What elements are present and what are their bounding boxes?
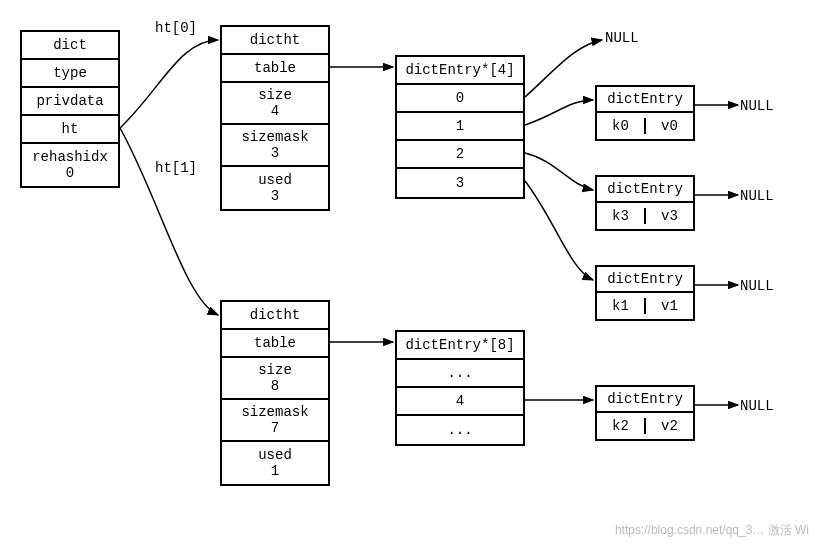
- entry-e0: dictEntry k0 v0: [595, 85, 695, 141]
- null-e0: NULL: [740, 98, 774, 114]
- e0-k: k0: [597, 118, 646, 134]
- e0-title: dictEntry: [597, 87, 693, 113]
- tablea-struct: dictEntry*[4] 0 1 2 3: [395, 55, 525, 199]
- entry-e1: dictEntry k3 v3: [595, 175, 695, 231]
- dictht1-table: table: [222, 330, 328, 358]
- dictht0-title: dictht: [222, 27, 328, 55]
- e1-v: v3: [646, 208, 693, 224]
- tablea-slot-1: 1: [397, 113, 523, 141]
- dictht1-used: used 1: [222, 442, 328, 484]
- entry-e2: dictEntry k1 v1: [595, 265, 695, 321]
- e3-k: k2: [597, 418, 646, 434]
- dictht0-used: used 3: [222, 167, 328, 209]
- watermark: https://blog.csdn.net/qq_3… 激活 Wi: [615, 522, 809, 539]
- dict-privdata: privdata: [22, 88, 118, 116]
- tablea-header: dictEntry*[4]: [397, 57, 523, 85]
- dictht1-sizemask-label: sizemask: [241, 404, 308, 420]
- tableb-slot-0: ...: [397, 360, 523, 388]
- e2-v: v1: [646, 298, 693, 314]
- dictht1-sizemask: sizemask 7: [222, 400, 328, 442]
- null-e1: NULL: [740, 188, 774, 204]
- dictht1-size-label: size: [258, 362, 292, 378]
- dictht1-sizemask-value: 7: [271, 420, 279, 436]
- null-e2: NULL: [740, 278, 774, 294]
- dict-rehash: rehashidx 0: [22, 144, 118, 186]
- e3-kv: k2 v2: [597, 413, 693, 439]
- dictht1-size: size 8: [222, 358, 328, 400]
- e3-v: v2: [646, 418, 693, 434]
- dictht0-table: table: [222, 55, 328, 83]
- dictht0-sizemask-value: 3: [271, 145, 279, 161]
- e1-title: dictEntry: [597, 177, 693, 203]
- tableb-slot-1: 4: [397, 388, 523, 416]
- dictht1-used-label: used: [258, 447, 292, 463]
- null-top: NULL: [605, 30, 639, 46]
- tableb-header: dictEntry*[8]: [397, 332, 523, 360]
- dictht1-size-value: 8: [271, 378, 279, 394]
- tablea-slot-0: 0: [397, 85, 523, 113]
- dict-struct: dict type privdata ht rehashidx 0: [20, 30, 120, 188]
- tableb-slot-2: ...: [397, 416, 523, 444]
- dictht1-used-value: 1: [271, 463, 279, 479]
- dictht1-title: dictht: [222, 302, 328, 330]
- ht0-label: ht[0]: [155, 20, 197, 36]
- e3-title: dictEntry: [597, 387, 693, 413]
- dictht0-struct: dictht table size 4 sizemask 3 used 3: [220, 25, 330, 211]
- tableb-struct: dictEntry*[8] ... 4 ...: [395, 330, 525, 446]
- e0-kv: k0 v0: [597, 113, 693, 139]
- dictht0-used-label: used: [258, 172, 292, 188]
- dict-ht: ht: [22, 116, 118, 144]
- dict-type: type: [22, 60, 118, 88]
- rehashidx-value: 0: [66, 165, 74, 181]
- dictht0-size: size 4: [222, 83, 328, 125]
- dictht0-size-value: 4: [271, 103, 279, 119]
- e2-kv: k1 v1: [597, 293, 693, 319]
- entry-e3: dictEntry k2 v2: [595, 385, 695, 441]
- e2-k: k1: [597, 298, 646, 314]
- ht1-label: ht[1]: [155, 160, 197, 176]
- e0-v: v0: [646, 118, 693, 134]
- null-e3: NULL: [740, 398, 774, 414]
- tablea-slot-2: 2: [397, 141, 523, 169]
- dictht1-struct: dictht table size 8 sizemask 7 used 1: [220, 300, 330, 486]
- dictht0-used-value: 3: [271, 188, 279, 204]
- dictht0-sizemask-label: sizemask: [241, 129, 308, 145]
- tablea-slot-3: 3: [397, 169, 523, 197]
- rehashidx-label: rehashidx: [32, 149, 108, 165]
- dictht0-sizemask: sizemask 3: [222, 125, 328, 167]
- e2-title: dictEntry: [597, 267, 693, 293]
- e1-kv: k3 v3: [597, 203, 693, 229]
- dictht0-size-label: size: [258, 87, 292, 103]
- e1-k: k3: [597, 208, 646, 224]
- dict-title: dict: [22, 32, 118, 60]
